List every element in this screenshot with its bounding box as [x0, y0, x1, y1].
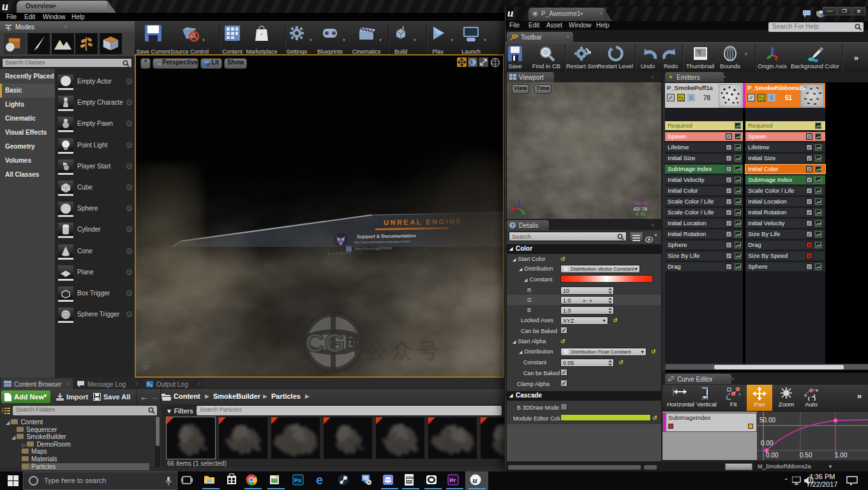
svg-text:库: 库 [343, 331, 365, 355]
svg-text:u: u [473, 475, 477, 485]
svg-text:Pr: Pr [450, 477, 456, 484]
svg-text:EPIC: EPIC [406, 476, 415, 480]
svg-text:CG: CG [305, 328, 345, 358]
svg-text:e: e [316, 473, 323, 486]
svg-text:Ps: Ps [294, 477, 301, 484]
